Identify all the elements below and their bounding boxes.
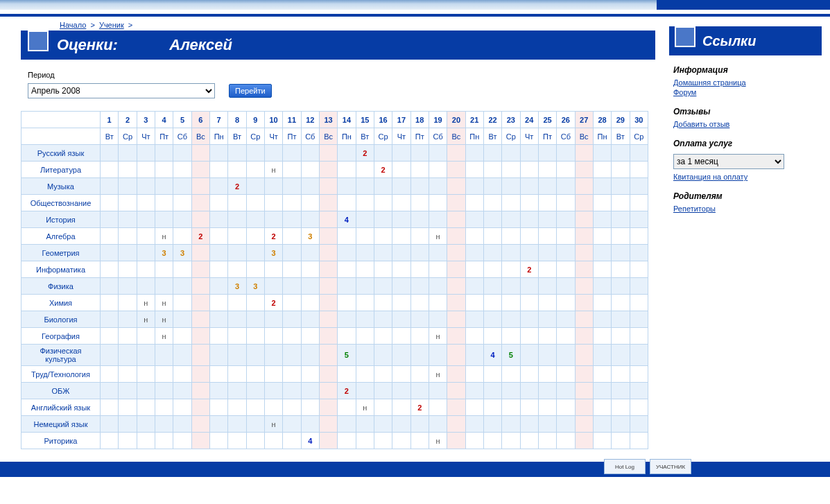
grade-cell[interactable] <box>228 399 246 416</box>
grade-cell[interactable] <box>575 245 593 261</box>
grade-cell[interactable]: 2 <box>264 295 282 311</box>
grade-cell[interactable] <box>593 366 611 383</box>
grade-cell[interactable] <box>612 345 630 366</box>
grade-cell[interactable] <box>137 162 155 178</box>
grade-cell[interactable] <box>356 278 374 295</box>
grade-cell[interactable] <box>119 245 137 261</box>
grade-cell[interactable] <box>228 162 246 178</box>
grade-cell[interactable] <box>191 328 209 345</box>
grade-cell[interactable] <box>557 278 575 295</box>
grade-cell[interactable] <box>338 433 356 449</box>
grade-cell[interactable] <box>301 311 319 328</box>
grade-cell[interactable] <box>575 228 593 245</box>
grade-cell[interactable] <box>191 261 209 278</box>
grade-cell[interactable] <box>593 228 611 245</box>
grade-cell[interactable] <box>191 416 209 433</box>
grade-cell[interactable] <box>191 278 209 295</box>
grade-cell[interactable] <box>483 416 501 433</box>
grade-cell[interactable] <box>283 399 301 416</box>
grade-cell[interactable] <box>264 345 282 366</box>
grade-cell[interactable] <box>465 211 483 228</box>
grade-cell[interactable] <box>465 245 483 261</box>
grade-cell[interactable] <box>374 311 392 328</box>
grade-cell[interactable] <box>502 278 520 295</box>
grade-cell[interactable] <box>374 416 392 433</box>
grade-cell[interactable] <box>520 145 538 162</box>
grade-cell[interactable] <box>557 399 575 416</box>
grade-cell[interactable] <box>228 416 246 433</box>
grade-cell[interactable] <box>191 211 209 228</box>
grade-cell[interactable] <box>301 195 319 211</box>
grade-cell[interactable] <box>173 383 191 399</box>
grade-cell[interactable] <box>483 211 501 228</box>
grade-cell[interactable] <box>410 162 429 178</box>
grade-cell[interactable] <box>264 433 282 449</box>
grade-cell[interactable] <box>155 416 173 433</box>
grade-cell[interactable] <box>447 433 465 449</box>
footer-badge[interactable]: УЧАСТНИК <box>650 459 691 474</box>
grade-cell[interactable] <box>392 228 410 245</box>
grade-cell[interactable] <box>520 433 538 449</box>
grade-cell[interactable] <box>410 178 429 195</box>
sidebar-link[interactable]: Добавить отзыв <box>673 119 822 129</box>
grade-cell[interactable] <box>319 245 337 261</box>
grade-cell[interactable] <box>538 228 556 245</box>
grade-cell[interactable] <box>137 278 155 295</box>
grade-cell[interactable]: 2 <box>374 162 392 178</box>
grade-cell[interactable] <box>538 416 556 433</box>
payment-period-select[interactable]: за 1 месяц <box>673 154 784 169</box>
grade-cell[interactable] <box>429 399 447 416</box>
grade-cell[interactable] <box>246 328 264 345</box>
grade-cell[interactable] <box>228 228 246 245</box>
grade-cell[interactable] <box>575 433 593 449</box>
grade-cell[interactable] <box>101 178 119 195</box>
grade-cell[interactable] <box>319 145 337 162</box>
grade-cell[interactable] <box>319 278 337 295</box>
grade-cell[interactable] <box>429 178 447 195</box>
grade-cell[interactable] <box>228 311 246 328</box>
grade-cell[interactable] <box>301 416 319 433</box>
grade-cell[interactable] <box>557 228 575 245</box>
grade-cell[interactable] <box>137 245 155 261</box>
grade-cell[interactable] <box>502 366 520 383</box>
grade-cell[interactable] <box>155 383 173 399</box>
grade-cell[interactable] <box>612 295 630 311</box>
grade-cell[interactable] <box>447 345 465 366</box>
grade-cell[interactable] <box>246 195 264 211</box>
grade-cell[interactable] <box>392 328 410 345</box>
grade-cell[interactable] <box>264 211 282 228</box>
grade-cell[interactable] <box>264 311 282 328</box>
grade-cell[interactable] <box>356 245 374 261</box>
grade-cell[interactable] <box>502 261 520 278</box>
grade-cell[interactable] <box>612 211 630 228</box>
grade-cell[interactable] <box>374 278 392 295</box>
grade-cell[interactable] <box>502 383 520 399</box>
grade-cell[interactable] <box>301 295 319 311</box>
grade-cell[interactable] <box>630 311 648 328</box>
grade-cell[interactable] <box>173 433 191 449</box>
grade-cell[interactable]: н <box>155 295 173 311</box>
grade-cell[interactable] <box>356 195 374 211</box>
grade-cell[interactable] <box>356 228 374 245</box>
grade-cell[interactable] <box>264 278 282 295</box>
grade-cell[interactable] <box>119 383 137 399</box>
grade-cell[interactable] <box>502 195 520 211</box>
grade-cell[interactable] <box>447 416 465 433</box>
grade-cell[interactable] <box>429 261 447 278</box>
grade-cell[interactable] <box>520 328 538 345</box>
grade-cell[interactable] <box>119 311 137 328</box>
grade-cell[interactable] <box>392 145 410 162</box>
grade-cell[interactable] <box>283 211 301 228</box>
grade-cell[interactable] <box>283 295 301 311</box>
grade-cell[interactable] <box>374 228 392 245</box>
grade-cell[interactable] <box>575 328 593 345</box>
grade-cell[interactable] <box>483 366 501 383</box>
grade-cell[interactable] <box>319 399 337 416</box>
grade-cell[interactable] <box>173 195 191 211</box>
grade-cell[interactable] <box>557 433 575 449</box>
grade-cell[interactable] <box>392 245 410 261</box>
grade-cell[interactable] <box>356 366 374 383</box>
grade-cell[interactable] <box>209 345 227 366</box>
grade-cell[interactable] <box>264 178 282 195</box>
grade-cell[interactable] <box>173 211 191 228</box>
